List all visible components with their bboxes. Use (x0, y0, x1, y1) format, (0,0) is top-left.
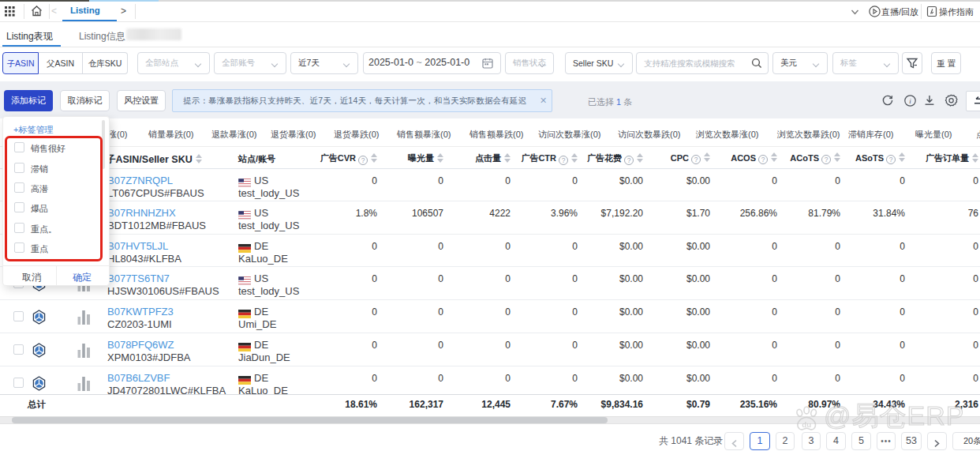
svg-text:du: du (802, 420, 811, 429)
svg-text:i: i (909, 97, 911, 105)
